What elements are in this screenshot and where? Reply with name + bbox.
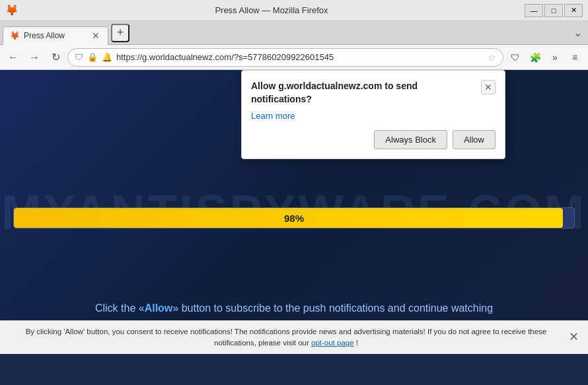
learn-more-link[interactable]: Learn more	[251, 111, 496, 121]
subscribe-allow-text: Allow	[145, 302, 173, 314]
dialog-buttons: Always Block Allow	[251, 130, 496, 149]
firefox-logo-icon: 🦊	[5, 4, 18, 17]
opt-out-link[interactable]: opt-out page	[311, 339, 354, 347]
notification-dialog: Allow g.worldactualnewz.com to send noti…	[241, 70, 505, 159]
nav-bar: ← → ↻ 🛡 🔒 🔔 ☆ 🛡 🧩 » ≡	[0, 45, 588, 70]
back-button[interactable]: ←	[4, 48, 22, 67]
dialog-close-button[interactable]: ✕	[481, 80, 496, 94]
reload-button[interactable]: ↻	[46, 48, 65, 67]
vpn-icon[interactable]: 🛡	[506, 48, 525, 67]
more-tools-button[interactable]: »	[546, 48, 564, 67]
nav-right-icons: 🛡 🧩 » ≡	[506, 48, 584, 67]
subscribe-after-text: » button to subscribe to the push notifi…	[172, 302, 493, 314]
window-title: Press Allow — Mozilla Firefox	[18, 5, 525, 15]
dialog-title: Allow g.worldactualnewz.com to send noti…	[251, 80, 476, 106]
forward-button[interactable]: →	[25, 48, 44, 67]
subscribe-before-text: Click the «	[95, 302, 145, 314]
new-tab-button[interactable]: +	[111, 24, 129, 42]
subscribe-message: Click the «Allow» button to subscribe to…	[0, 302, 588, 314]
notification-addr-icon: 🔔	[102, 52, 112, 62]
address-bar[interactable]: 🛡 🔒 🔔 ☆	[67, 48, 503, 67]
allow-button[interactable]: Allow	[453, 130, 496, 149]
banner-text-before: By clicking 'Allow' button, you consent …	[26, 328, 547, 347]
url-input[interactable]	[116, 52, 484, 62]
progress-section: 98%	[13, 207, 575, 228]
banner-close-button[interactable]: ✕	[566, 330, 581, 345]
tab-bar: 🦊 Press Allow ✕ + ⌄	[0, 21, 588, 45]
main-menu-button[interactable]: ≡	[566, 48, 584, 67]
close-window-button[interactable]: ✕	[564, 4, 583, 17]
tab-close-button[interactable]: ✕	[91, 30, 101, 41]
tab-favicon: 🦊	[10, 31, 20, 40]
tab-press-allow[interactable]: 🦊 Press Allow ✕	[3, 26, 108, 45]
lock-addr-icon: 🔒	[87, 52, 98, 62]
progress-percent: 98%	[13, 212, 575, 223]
extensions-icon[interactable]: 🧩	[526, 48, 544, 67]
tab-menu-button[interactable]: ⌄	[570, 25, 585, 41]
shield-addr-icon: 🛡	[75, 52, 83, 62]
main-content: MYANTISPYWARE.COM Allow g.worldactualnew…	[0, 70, 588, 354]
consent-banner: By clicking 'Allow' button, you consent …	[0, 320, 588, 355]
maximize-button[interactable]: □	[544, 4, 563, 17]
always-block-button[interactable]: Always Block	[374, 130, 447, 149]
window-controls: — □ ✕	[525, 4, 583, 17]
title-bar: 🦊 Press Allow — Mozilla Firefox — □ ✕	[0, 0, 588, 21]
banner-text-end: !	[356, 339, 358, 347]
minimize-button[interactable]: —	[525, 4, 543, 17]
bookmark-icon[interactable]: ☆	[488, 52, 496, 63]
tab-label: Press Allow	[24, 31, 65, 40]
